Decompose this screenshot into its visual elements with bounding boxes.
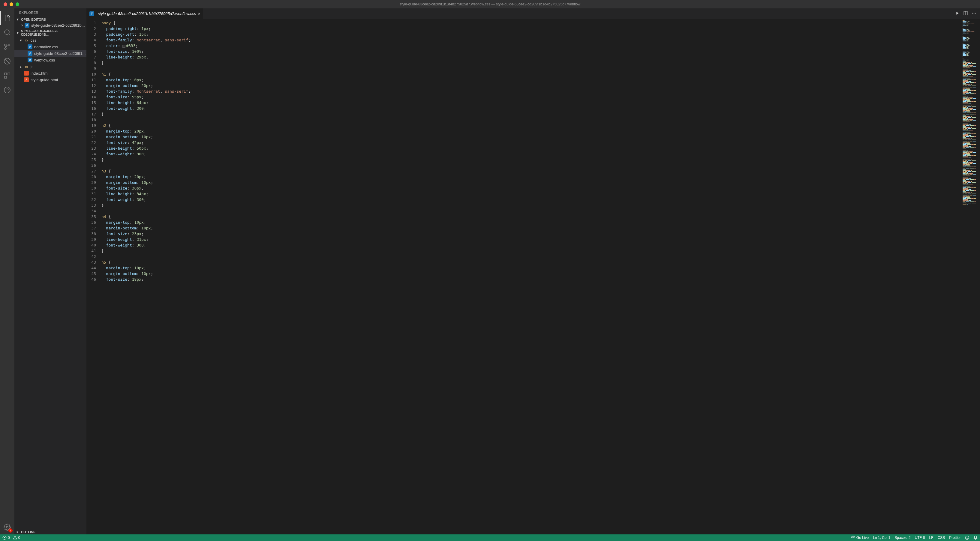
indentation[interactable]: Spaces: 2: [894, 536, 910, 540]
item-label: webflow.css: [34, 58, 55, 62]
svg-point-10: [4, 87, 10, 93]
item-label: normalize.css: [34, 45, 58, 49]
chevron-icon: ▸: [20, 65, 24, 69]
explorer-icon[interactable]: [0, 11, 14, 25]
css-file-icon: #: [25, 23, 29, 28]
chevron-right-icon: ▸: [17, 530, 21, 534]
folder-icon: 🗀: [24, 64, 29, 69]
svg-point-4: [5, 44, 6, 46]
svg-line-1: [9, 34, 10, 35]
status-bar: 0 0 Go Live Ln 1, Col 1 Spaces: 2 UTF-8 …: [0, 535, 980, 541]
item-label: style-guide-63cee2-cd209f1...: [34, 51, 86, 56]
sidebar-title: EXPLORER: [14, 8, 86, 17]
feedback-icon[interactable]: [965, 536, 969, 540]
split-editor-icon[interactable]: [963, 11, 968, 17]
extensions-icon[interactable]: [0, 68, 14, 83]
folder-item[interactable]: ▾🗀css: [14, 37, 86, 43]
warnings-count[interactable]: 0: [13, 536, 21, 540]
file-item[interactable]: 5style-guide.html: [14, 76, 86, 83]
svg-rect-8: [8, 73, 10, 75]
svg-point-14: [972, 13, 973, 13]
file-item[interactable]: 5index.html: [14, 70, 86, 76]
run-icon[interactable]: [955, 11, 959, 17]
close-icon[interactable]: ×: [20, 23, 25, 28]
svg-point-0: [5, 30, 9, 35]
debug-icon[interactable]: [0, 54, 14, 68]
svg-point-16: [975, 13, 976, 13]
file-item[interactable]: #webflow.css: [14, 57, 86, 63]
tab-active-file[interactable]: # style-guide-63cee2-cd209f1b1d4b275025d…: [86, 8, 204, 19]
svg-rect-9: [5, 76, 6, 78]
html-file-icon: 5: [24, 78, 29, 82]
css-file-icon: #: [89, 11, 94, 16]
color-swatch[interactable]: [123, 45, 126, 48]
chevron-icon: ▾: [20, 38, 24, 43]
source-control-icon[interactable]: [0, 40, 14, 54]
encoding[interactable]: UTF-8: [915, 536, 925, 540]
css-file-icon: #: [28, 57, 32, 62]
window-close-button[interactable]: [3, 2, 7, 6]
formatter[interactable]: Prettier: [949, 536, 961, 540]
file-name: style-guide-63cee2-cd209f1b...: [31, 23, 85, 28]
file-item[interactable]: #style-guide-63cee2-cd209f1...: [14, 50, 86, 57]
search-icon[interactable]: [0, 25, 14, 40]
chevron-down-icon: ▾: [17, 31, 21, 35]
more-actions-icon[interactable]: [972, 11, 977, 17]
svg-point-15: [974, 13, 975, 13]
eol[interactable]: LF: [929, 536, 934, 540]
item-label: js: [30, 65, 33, 69]
window-title: style-guide-63cee2-cd209f1b1d4b275025d7.…: [400, 2, 580, 6]
settings-gear-icon[interactable]: [0, 520, 14, 535]
sidebar: EXPLORER ▾ OPEN EDITORS ×#style-guide-63…: [14, 8, 86, 535]
line-number-gutter: 1234567891011121314151617181920212223242…: [86, 19, 102, 535]
item-label: css: [30, 38, 37, 43]
css-file-icon: #: [28, 44, 32, 49]
folder-item[interactable]: ▸🗀js: [14, 63, 86, 70]
window-minimize-button[interactable]: [10, 2, 13, 6]
window-maximize-button[interactable]: [16, 2, 19, 6]
chevron-down-icon: ▾: [17, 17, 21, 21]
folder-icon: 🗀: [24, 38, 29, 43]
close-icon[interactable]: ×: [198, 11, 200, 16]
svg-line-6: [5, 59, 10, 63]
svg-point-22: [853, 538, 853, 538]
notifications-icon[interactable]: [974, 536, 978, 540]
go-live-button[interactable]: Go Live: [851, 536, 869, 540]
svg-point-3: [5, 48, 6, 49]
open-editor-item[interactable]: ×#style-guide-63cee2-cd209f1b...: [14, 22, 86, 29]
errors-count[interactable]: 0: [2, 536, 10, 540]
cursor-position[interactable]: Ln 1, Col 1: [873, 536, 890, 540]
open-editors-header[interactable]: ▾ OPEN EDITORS: [14, 17, 86, 22]
item-label: index.html: [30, 71, 48, 76]
live-server-icon[interactable]: [0, 83, 14, 97]
file-item[interactable]: #normalize.css: [14, 43, 86, 50]
titlebar: style-guide-63cee2-cd209f1b1d4b275025d7.…: [0, 0, 980, 8]
svg-rect-7: [5, 73, 6, 75]
item-label: style-guide.html: [30, 78, 58, 82]
activity-bar: [0, 8, 14, 535]
outline-header[interactable]: ▸ OUTLINE: [14, 529, 86, 535]
language-mode[interactable]: CSS: [938, 536, 945, 540]
code-content[interactable]: body { padding-right: 1px; padding-left:…: [102, 19, 962, 535]
css-file-icon: #: [28, 51, 32, 56]
html-file-icon: 5: [24, 71, 29, 76]
minimap[interactable]: [962, 19, 980, 535]
folder-header[interactable]: ▾ STYLE-GUIDE-63CEE2-CD209F1B1D4B...: [14, 29, 86, 37]
code-editor[interactable]: 1234567891011121314151617181920212223242…: [86, 19, 980, 535]
editor-tabs: # style-guide-63cee2-cd209f1b1d4b275025d…: [86, 8, 980, 19]
svg-point-2: [8, 44, 10, 46]
svg-point-11: [6, 526, 8, 528]
svg-point-23: [965, 536, 969, 539]
